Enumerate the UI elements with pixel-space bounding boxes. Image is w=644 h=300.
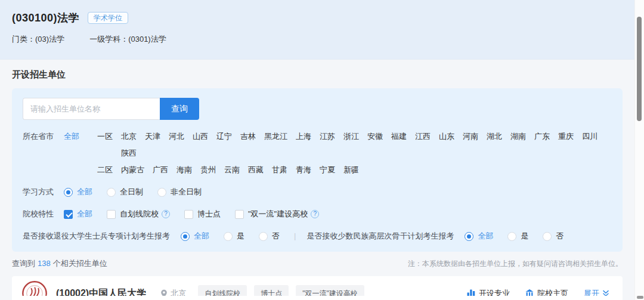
results-count: 138 [38, 259, 51, 268]
veteran-option-all[interactable]: 全部 [181, 228, 209, 245]
province-link[interactable]: 河南 [463, 128, 478, 145]
province-link[interactable]: 新疆 [343, 162, 359, 178]
zone1-label: 一区 [97, 128, 113, 145]
help-icon[interactable] [162, 210, 170, 218]
veteran-option-yes[interactable]: 是 [224, 228, 244, 245]
province-link[interactable]: 吉林 [240, 128, 256, 145]
radio-selected-icon [64, 188, 73, 197]
search-button[interactable]: 查询 [160, 98, 199, 120]
province-link[interactable]: 天津 [145, 128, 160, 145]
province-link[interactable]: 安徽 [367, 128, 383, 145]
minority-option-all[interactable]: 全部 [465, 228, 493, 245]
province-link[interactable]: 山西 [193, 128, 208, 145]
study-mode-option-fulltime[interactable]: 全日制 [107, 184, 143, 200]
trait-option-doublefirstclass[interactable]: "双一流"建设高校 [235, 206, 319, 222]
discipline-value: (0301)法学 [128, 35, 166, 44]
discipline-meta: 一级学科：(0301)法学 [89, 34, 166, 45]
option-label: 全部 [194, 228, 209, 245]
province-link[interactable]: 甘肃 [272, 162, 287, 178]
zone2-province-list: 内蒙古 广西 海南 贵州 云南 西藏 甘肃 青海 宁夏 新疆 [121, 162, 359, 178]
category-value: (03)法学 [35, 35, 64, 44]
section-title: 开设招生单位 [12, 69, 623, 81]
filter-panel: 查询 所在省市 全部 一区 北京 天津 河北 山西 辽宁 吉林 黑龙江 上海 [12, 88, 623, 252]
minority-option-yes[interactable]: 是 [507, 228, 528, 245]
province-all-link[interactable]: 全部 [64, 128, 88, 145]
help-icon[interactable] [311, 210, 319, 218]
checkbox-icon [235, 210, 244, 219]
province-link[interactable]: 内蒙古 [121, 162, 144, 178]
province-link[interactable]: 福建 [391, 128, 407, 145]
radio-icon [259, 232, 268, 241]
province-link[interactable]: 辽宁 [216, 128, 232, 145]
option-label: 博士点 [197, 206, 221, 222]
province-link[interactable]: 青海 [296, 162, 311, 178]
province-link[interactable]: 湖南 [510, 128, 526, 145]
province-link[interactable]: 黑龙江 [264, 128, 287, 145]
zone1-province-list: 北京 天津 河北 山西 辽宁 吉林 黑龙江 上海 江苏 浙江 安徽 福建 江西 … [121, 128, 612, 162]
vertical-scrollbar-thumb[interactable] [637, 17, 642, 121]
trait-option-all[interactable]: 全部 [64, 206, 92, 222]
scrollbar-corner [637, 296, 643, 299]
option-label: 是 [237, 228, 244, 245]
province-link[interactable]: 江西 [415, 128, 431, 145]
province-link[interactable]: 江苏 [320, 128, 335, 145]
minority-option-no[interactable]: 否 [543, 228, 564, 245]
province-link[interactable]: 陕西 [121, 145, 137, 162]
province-link[interactable]: 云南 [224, 162, 240, 178]
radio-icon [157, 188, 166, 197]
radio-selected-icon [465, 232, 473, 241]
option-label: 自划线院校 [120, 206, 159, 222]
province-link[interactable]: 广西 [153, 162, 168, 178]
checkbox-icon [107, 210, 116, 219]
school-traits-row: 院校特性 全部 自划线院校 博士点 "双一流"建设高校 [23, 206, 612, 222]
option-label: 全部 [77, 206, 92, 222]
province-link[interactable]: 湖北 [487, 128, 502, 145]
title-row: (030100)法学 学术学位 [12, 11, 623, 25]
radio-icon [507, 232, 516, 241]
option-label: 是 [521, 228, 528, 245]
province-link[interactable]: 西藏 [248, 162, 264, 178]
province-link[interactable]: 山东 [439, 128, 454, 145]
search-input[interactable] [23, 98, 160, 120]
province-link[interactable]: 广东 [534, 128, 550, 145]
study-mode-option-parttime[interactable]: 非全日制 [157, 184, 202, 200]
study-mode-option-all[interactable]: 全部 [64, 184, 92, 200]
province-filter-row: 所在省市 全部 一区 北京 天津 河北 山西 辽宁 吉林 黑龙江 上海 江苏 [23, 128, 612, 178]
zone1-line: 一区 北京 天津 河北 山西 辽宁 吉林 黑龙江 上海 江苏 浙江 安徽 福建 [97, 128, 612, 162]
special-plan-row: 是否接收退役大学生士兵专项计划考生报考 全部 是 否 | 是否接收少数民族高层次… [23, 228, 612, 245]
study-mode-row: 学习方式 全部 全日制 非全日制 [23, 184, 612, 200]
zone2-label: 二区 [97, 162, 113, 178]
major-header: (030100)法学 学术学位 门类：(03)法学 一级学科：(0301)法学 [0, 0, 634, 60]
province-link[interactable]: 上海 [296, 128, 311, 145]
option-label: "双一流"建设高校 [248, 206, 308, 222]
checkbox-checked-icon [64, 210, 73, 219]
veteran-option-no[interactable]: 否 [259, 228, 280, 245]
results-summary: 查询到138个相关招生单位 [12, 258, 107, 269]
option-label: 否 [556, 228, 564, 245]
province-link[interactable]: 浙江 [343, 128, 359, 145]
province-link[interactable]: 海南 [177, 162, 192, 178]
veteran-plan-label: 是否接收退役大学生士兵专项计划考生报考 [23, 228, 170, 245]
results-prefix: 查询到 [12, 259, 35, 268]
province-link[interactable]: 四川 [582, 128, 597, 145]
province-link[interactable]: 北京 [121, 128, 137, 145]
option-label: 否 [272, 228, 280, 245]
discipline-label: 一级学科： [89, 35, 128, 44]
minority-plan-label: 是否接收少数民族高层次骨干计划考生报考 [306, 228, 454, 245]
page-content: (030100)法学 学术学位 门类：(03)法学 一级学科：(0301)法学 … [0, 0, 634, 300]
trait-option-doctoral[interactable]: 博士点 [184, 206, 221, 222]
radio-selected-icon [181, 232, 190, 241]
province-link[interactable]: 重庆 [558, 128, 574, 145]
category-label: 门类： [12, 35, 35, 44]
checkbox-icon [184, 210, 193, 219]
trait-option-selfline[interactable]: 自划线院校 [107, 206, 170, 222]
option-label: 全日制 [120, 184, 143, 200]
province-link[interactable]: 贵州 [200, 162, 216, 178]
vertical-scrollbar-track[interactable] [634, 0, 644, 300]
province-link[interactable]: 河北 [169, 128, 184, 145]
province-zones: 一区 北京 天津 河北 山西 辽宁 吉林 黑龙江 上海 江苏 浙江 安徽 福建 [97, 128, 612, 178]
school-traits-label: 院校特性 [23, 206, 56, 222]
results-note: 注：本系统数据由各招生单位上报，如有疑问请咨询相关招生单位。 [408, 259, 623, 269]
province-link[interactable]: 宁夏 [320, 162, 335, 178]
zone2-line: 二区 内蒙古 广西 海南 贵州 云南 西藏 甘肃 青海 宁夏 新疆 [97, 162, 612, 178]
